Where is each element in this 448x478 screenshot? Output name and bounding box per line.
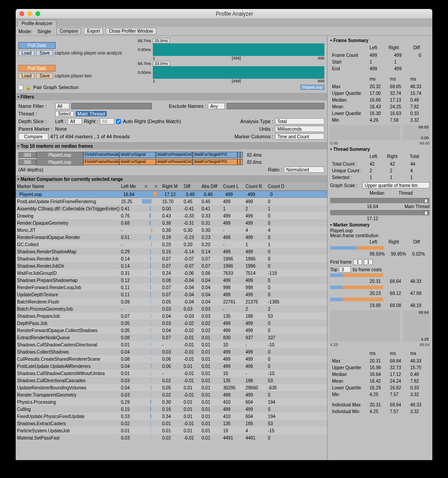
table-row[interactable]: Shadows.CullShadowCastersDirectional0.01…: [16, 341, 327, 348]
top-n-select[interactable]: 3: [339, 266, 351, 273]
table-row[interactable]: Shadows.PrepareShadowmap0.120.08-0.040.0…: [16, 277, 327, 284]
frame-summary-table: LeftRightDiff: [330, 44, 430, 51]
marker-table-header[interactable]: Marker Comparison for currently selected…: [16, 176, 327, 183]
table-row[interactable]: WaitForJobGroupID0.310.24-0.060.06763375…: [16, 269, 327, 277]
name-filter-mode[interactable]: All: [55, 103, 69, 109]
save-right-button[interactable]: Save: [36, 73, 53, 79]
analysis-label: Analysis Type :: [240, 119, 273, 124]
col-diff[interactable]: Diff: [182, 184, 200, 189]
col-count-d[interactable]: Count D: [267, 184, 286, 189]
table-row[interactable]: Shadows.RenderShadowMap0.290.15-0.140.14…: [16, 248, 327, 255]
name-filter-input[interactable]: [71, 103, 152, 109]
maximize-icon[interactable]: [35, 11, 40, 16]
frame-summary-header[interactable]: Frame Summary: [330, 37, 430, 44]
first-frame-label: First frame: [330, 260, 352, 265]
profile-analyzer-window: Profile Analyzer Profile Analyzer Mode: …: [16, 9, 432, 460]
pull-left-button[interactable]: Pull Data: [18, 42, 56, 49]
col-count-l[interactable]: Count L: [222, 184, 244, 189]
table-row[interactable]: CullResults.CreateSharedRendererScene0.0…: [16, 355, 327, 363]
pair-graph-checkbox[interactable]: [18, 85, 23, 90]
auto-right-checkbox[interactable]: [116, 119, 121, 124]
graph-scale-label: Graph Scale :: [330, 183, 361, 188]
col-gt[interactable]: >: [151, 184, 161, 189]
table-row[interactable]: Shadows.PrepareJob0.070.04-0.030.0313518…: [16, 312, 327, 320]
table-row[interactable]: Drawing0.760.43-0.330.334994990: [16, 212, 327, 219]
first-frame-1[interactable]: 1: [353, 259, 362, 265]
exclude-mode[interactable]: Any: [208, 103, 225, 109]
table-row[interactable]: UpdateRendererBoundingVolumes0.040.050.0…: [16, 384, 327, 391]
table-row[interactable]: Batch.ProcessGeometryJob-0.030.030.03-22: [16, 305, 327, 312]
marker-table: Marker Name Left Me < > Right M Diff Abs…: [16, 183, 327, 460]
table-body[interactable]: PlayerLoop16.6417.120.480.484994990PostL…: [16, 191, 327, 448]
pull-right-button[interactable]: Pull Data: [18, 65, 56, 72]
top10-header[interactable]: Top 10 markers on median frames: [16, 143, 327, 149]
table-header: Marker Name Left Me < > Right M Diff Abs…: [16, 183, 327, 191]
table-row[interactable]: Shadows.CollectShadows0.040.03-0.010.014…: [16, 348, 327, 355]
table-row[interactable]: Shadows.CullDirectionalCascades0.030.02-…: [16, 377, 327, 384]
tab-profile-analyzer[interactable]: Profile Analyzer: [17, 20, 56, 27]
graph-time-bot: 0.00ms: [132, 47, 151, 52]
table-row[interactable]: UpdateDepthTexture0.110.07-0.040.0449949…: [16, 291, 327, 298]
thread-slider-2[interactable]: [330, 210, 430, 215]
capture-left-graph[interactable]: [153, 43, 324, 56]
capture-right-graph[interactable]: [153, 66, 324, 79]
depth-left-select[interactable]: All: [68, 118, 82, 124]
filters-header[interactable]: Filters: [16, 94, 327, 100]
table-row[interactable]: Mono.JIT-0.300.300.30-44: [16, 226, 327, 234]
table-row[interactable]: GC.Collect-0.200.200.20-11: [16, 241, 327, 248]
thread-slider-1[interactable]: [330, 198, 430, 203]
export-button[interactable]: Export: [84, 28, 103, 34]
load-right-button[interactable]: Load: [18, 73, 34, 79]
table-row[interactable]: PostLateUpdate.UpdateAllRenderers0.040.0…: [16, 363, 327, 370]
ratio-select[interactable]: Normalized: [284, 166, 324, 173]
minimize-icon[interactable]: [27, 11, 32, 16]
col-lt[interactable]: <: [141, 184, 151, 189]
table-row[interactable]: BatchRenderer.Flush0.090.05-0.040.042276…: [16, 298, 327, 305]
table-row[interactable]: Shadows.RenderJobDir0.140.07-0.070.07199…: [16, 262, 327, 269]
thread-select-button[interactable]: Select: [55, 111, 74, 117]
table-row[interactable]: PostLateUpdate.FinishFrameRendering15.25…: [16, 198, 327, 205]
table-row[interactable]: RenderForwardOpaque.CollectShadows0.050.…: [16, 327, 327, 334]
marker-summary-header[interactable]: Marker Summary: [330, 221, 430, 228]
col-name[interactable]: Marker Name: [16, 184, 120, 189]
first-frame-2[interactable]: 1: [364, 259, 373, 265]
close-icon[interactable]: [19, 11, 24, 16]
col-right-median[interactable]: Right M: [161, 184, 182, 189]
save-left-button[interactable]: Save: [36, 50, 53, 56]
units-select[interactable]: Milliseconds: [275, 126, 324, 132]
table-row[interactable]: ExtractRenderNodeQueue0.080.07-0.010.018…: [16, 334, 327, 341]
analysis-select[interactable]: Total: [275, 118, 324, 124]
table-row[interactable]: RenderForward.RenderLoopJob0.110.07-0.04…: [16, 284, 327, 291]
marker-name: PlayerLoop: [330, 228, 430, 233]
table-row[interactable]: Shadows.RenderJob0.140.07-0.070.07199619…: [16, 255, 327, 262]
capture-right-name: capture-player-two: [55, 73, 92, 78]
table-row[interactable]: Assembly-CSharp.dll!::Collectable.OnTrig…: [16, 205, 327, 212]
table-row[interactable]: Render.OpaqueGeometry0.680.38-0.310.3149…: [16, 219, 327, 226]
table-row[interactable]: RenderForwardOpaque.Render0.510.28-0.230…: [16, 234, 327, 241]
table-row[interactable]: Shadows.ExtractCasters0.020.01-0.010.011…: [16, 420, 327, 427]
marker-count-text: 471 of 494 markers , 1 of 44 threads: [50, 134, 129, 139]
col-absdiff[interactable]: Abs Diff: [200, 184, 222, 189]
table-row[interactable]: PlayerLoop16.6417.120.480.484994990: [16, 191, 327, 198]
table-row[interactable]: Material.SetPassFast0.030.02-0.010.01449…: [16, 434, 327, 441]
table-row[interactable]: DepthPass.Job0.050.03-0.020.024994990: [16, 320, 327, 327]
close-profiler-button[interactable]: Close Profiler Window: [106, 28, 156, 34]
table-row[interactable]: ParticleSystem.UpdateJob0.010.010.010.01…: [16, 427, 327, 434]
marker-cols-select[interactable]: Time and Count: [275, 133, 324, 140]
table-row[interactable]: Physics.Processing0.290.300.010.01410604…: [16, 398, 327, 405]
col-left-median[interactable]: Left Me: [120, 184, 141, 189]
exclude-input[interactable]: [227, 103, 324, 109]
compare-button[interactable]: Compare: [18, 133, 48, 140]
table-row[interactable]: Shadows.CullShadowCastersWithoutUmbra0.0…: [16, 370, 327, 377]
col-count-r[interactable]: Count R: [244, 184, 267, 189]
mode-compare[interactable]: Compare: [56, 28, 81, 34]
table-row[interactable]: FixedUpdate.PhysicsFixedUpdate0.330.340.…: [16, 413, 327, 420]
graph-scale-select[interactable]: Upper quartile of frame tim: [362, 182, 430, 188]
ratio-label: Ratio :: [268, 167, 282, 172]
table-row[interactable]: Culling0.150.160.010.014994990: [16, 405, 327, 413]
thread-summary-header[interactable]: Thread Summary: [330, 145, 430, 153]
mode-single[interactable]: Single: [35, 29, 54, 34]
table-row[interactable]: Render.TransparentGeometry0.030.02-0.010…: [16, 391, 327, 398]
load-left-button[interactable]: Load: [18, 50, 34, 56]
depth-right-select[interactable]: All: [100, 118, 114, 124]
